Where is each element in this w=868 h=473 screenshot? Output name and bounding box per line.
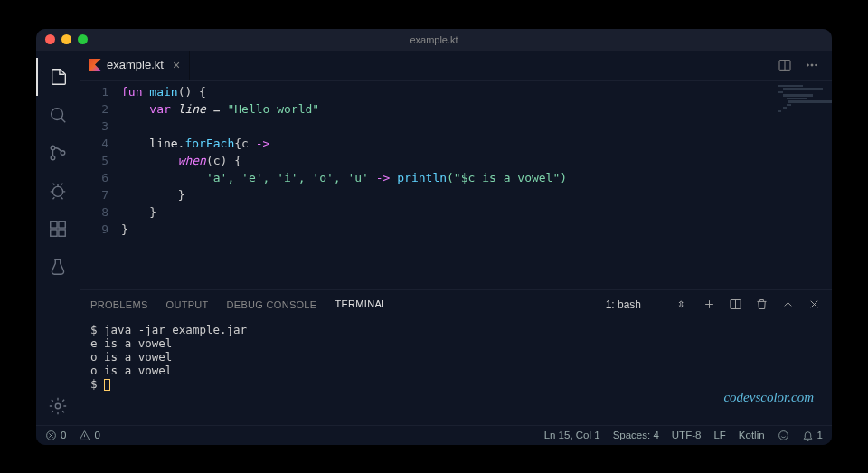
warning-icon xyxy=(79,430,90,441)
terminal-output[interactable]: $ java -jar example.jare is a vowelo is … xyxy=(80,319,832,425)
smiley-icon xyxy=(778,430,789,441)
terminal-cursor xyxy=(104,379,110,391)
status-language[interactable]: Kotlin xyxy=(739,430,765,440)
svg-point-1 xyxy=(51,146,55,150)
line-numbers: 123456789 xyxy=(80,81,121,289)
svg-rect-6 xyxy=(59,221,65,227)
panel-tab-terminal[interactable]: TERMINAL xyxy=(335,291,387,317)
svg-point-13 xyxy=(816,64,817,66)
kotlin-file-icon xyxy=(89,59,101,71)
tab-filename: example.kt xyxy=(107,58,164,71)
window-title: example.kt xyxy=(410,34,458,45)
debug-icon[interactable] xyxy=(36,172,80,210)
panel-tab-output[interactable]: OUTPUT xyxy=(166,292,209,317)
bell-icon xyxy=(802,430,814,441)
status-cursor-position[interactable]: Ln 15, Col 1 xyxy=(544,430,600,440)
traffic-lights xyxy=(45,34,88,44)
new-terminal-icon[interactable] xyxy=(703,298,716,311)
caret-updown-icon: ⇳ xyxy=(677,299,684,309)
svg-point-16 xyxy=(778,430,788,440)
status-errors[interactable]: 0 xyxy=(45,430,66,441)
svg-rect-8 xyxy=(59,229,65,235)
svg-rect-7 xyxy=(51,229,57,235)
settings-icon[interactable] xyxy=(36,387,80,425)
svg-point-4 xyxy=(53,186,63,196)
svg-point-0 xyxy=(52,108,63,119)
terminal-shell-select[interactable]: 1: bash ⇳ xyxy=(606,298,684,311)
editor-column: example.kt × 123456789 fun main() { var … xyxy=(80,51,832,425)
panel-tab-problems[interactable]: PROBLEMS xyxy=(90,292,148,317)
extensions-icon[interactable] xyxy=(36,210,80,248)
svg-point-11 xyxy=(807,64,808,66)
svg-point-9 xyxy=(55,403,61,409)
more-actions-icon[interactable] xyxy=(805,58,819,72)
panel-tab-debug-console[interactable]: DEBUG CONSOLE xyxy=(227,292,317,317)
code-content: fun main() { var line = "Hello world" li… xyxy=(121,81,832,289)
minimize-window-button[interactable] xyxy=(61,34,71,44)
main-area: example.kt × 123456789 fun main() { var … xyxy=(36,51,832,425)
status-warnings[interactable]: 0 xyxy=(79,430,99,441)
status-notifications[interactable]: 1 xyxy=(802,430,823,441)
code-editor[interactable]: 123456789 fun main() { var line = "Hello… xyxy=(80,81,832,289)
status-encoding[interactable]: UTF-8 xyxy=(672,430,702,440)
status-bar: 0 0 Ln 15, Col 1 Spaces: 4 UTF-8 LF Kotl… xyxy=(36,425,832,445)
terminal-actions: 1: bash ⇳ xyxy=(606,298,821,311)
tab-close-icon[interactable]: × xyxy=(173,58,180,72)
status-indentation[interactable]: Spaces: 4 xyxy=(613,430,659,440)
split-editor-icon[interactable] xyxy=(778,58,792,72)
minimap[interactable] xyxy=(778,85,828,116)
split-terminal-icon[interactable] xyxy=(729,298,742,311)
close-panel-icon[interactable] xyxy=(807,298,821,311)
editor-actions xyxy=(778,51,832,80)
vscode-window: example.kt xyxy=(36,29,832,445)
activity-bar xyxy=(36,51,80,425)
svg-rect-5 xyxy=(51,221,57,227)
titlebar: example.kt xyxy=(36,29,832,51)
maximize-panel-icon[interactable] xyxy=(781,298,795,311)
error-icon xyxy=(45,430,57,441)
test-icon[interactable] xyxy=(36,248,80,286)
svg-point-3 xyxy=(61,150,65,155)
close-window-button[interactable] xyxy=(45,34,55,44)
explorer-icon[interactable] xyxy=(36,58,80,96)
status-feedback[interactable] xyxy=(778,430,789,441)
terminal-shell-label: 1: bash xyxy=(606,298,641,311)
status-eol[interactable]: LF xyxy=(713,430,725,440)
panel-tabs: PROBLEMS OUTPUT DEBUG CONSOLE TERMINAL 1… xyxy=(80,290,832,319)
tabs-bar: example.kt × xyxy=(80,51,832,81)
tab-example-kt[interactable]: example.kt × xyxy=(80,51,190,80)
search-icon[interactable] xyxy=(36,96,80,134)
maximize-window-button[interactable] xyxy=(78,34,88,44)
svg-point-2 xyxy=(51,156,55,160)
svg-point-12 xyxy=(811,64,813,66)
bottom-panel: PROBLEMS OUTPUT DEBUG CONSOLE TERMINAL 1… xyxy=(80,289,832,425)
source-control-icon[interactable] xyxy=(36,134,80,172)
kill-terminal-icon[interactable] xyxy=(755,298,769,311)
